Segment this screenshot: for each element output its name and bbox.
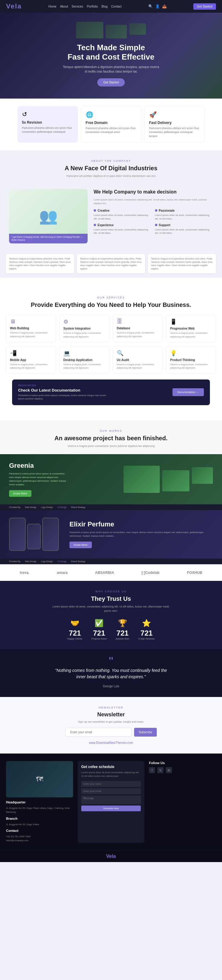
elixir-tag-2: Logo Design xyxy=(41,560,53,562)
about-grid: Creative Lorem ipsum dolor sit amet, con… xyxy=(94,209,213,235)
hero-screenshot-3 xyxy=(129,23,146,35)
hero-cta-button[interactable]: Get Started xyxy=(97,78,125,86)
feature-title-delivery: Fast Delivery xyxy=(149,121,200,125)
newsletter-subscribe-button[interactable]: Subscribe xyxy=(134,728,157,737)
stat-awards-icon: 🏆 xyxy=(116,619,129,627)
stat-clients: 🤝 721 Happy Clients xyxy=(67,619,82,640)
schedule-form: Schedule Now xyxy=(81,781,141,811)
service-database-desc: Viverra a magna proin, consectetur adipi… xyxy=(117,331,159,338)
tag-provided-by: Provided By xyxy=(9,506,21,508)
footer-email[interactable]: hello@company.com xyxy=(6,839,73,843)
greenia-tag-3: UI Design xyxy=(57,506,67,508)
trust-desc: Lorem ipsum dolor sit amet, consectetur … xyxy=(51,605,171,613)
nav-home[interactable]: Home xyxy=(48,5,57,8)
elixir-phone-1 xyxy=(9,518,26,551)
feature-card-revision: ↺ 5x Revision Parturient pharetra ultric… xyxy=(17,106,78,143)
about-quote: "I got Game Changing results, start focu… xyxy=(9,234,87,243)
get-started-button[interactable]: Get Started xyxy=(193,3,216,10)
feature-desc-delivery: Parturient pharetra ultrices orci proin … xyxy=(149,126,200,138)
stat-reviews-number: 721 xyxy=(138,629,155,637)
about-section-title: A New Face Of Digital Industries xyxy=(6,165,216,172)
footer-schedule: Get cofee schedule Lorem ipsum dolor sit… xyxy=(78,761,145,843)
footer-social: Follow Us f 𝕏 in xyxy=(149,761,216,773)
elixir-tag-3: UI Design xyxy=(57,560,67,562)
hero-screenshot-1 xyxy=(76,22,103,38)
service-desktop-application-title: Desktop Application xyxy=(63,358,105,362)
footer-left-col: 🗺 Headquarter Jl. Anggrek No 55, Dago Pa… xyxy=(6,761,73,843)
people-image: 👥 xyxy=(39,207,58,225)
nav-contact[interactable]: Contact xyxy=(111,5,121,8)
project-greenia-btn[interactable]: Know More xyxy=(9,490,32,497)
about-image: 👥 "I got Game Changing results, start fo… xyxy=(9,189,87,243)
social-icons: f 𝕏 in xyxy=(149,767,216,773)
stat-projects-number: 721 xyxy=(92,629,106,637)
services-section: OUR SERVICES Provide Everything do You N… xyxy=(0,278,222,420)
project-greenia-info: Greenia Parturient a metus proin lorem i… xyxy=(9,462,70,497)
footer-bottom-logo: Vela xyxy=(6,854,216,859)
revision-icon: ↺ xyxy=(22,111,73,118)
feature-title-revision: 5x Revision xyxy=(22,120,73,124)
nav-about[interactable]: About xyxy=(60,5,68,8)
newsletter-email-input[interactable] xyxy=(65,728,132,737)
doc-banner-title: Check Our Latest Documentation xyxy=(18,388,173,393)
clients-section: treva. amara ABSARBIA [:]Codelab FOXHUB xyxy=(0,564,222,581)
newsletter-desc: Sign up our newsletter to get update, in… xyxy=(6,720,216,723)
testimonials-section: Tacticus magna at suspendisse pharetra c… xyxy=(0,250,222,278)
system-integration-icon: ⚙ xyxy=(63,318,105,325)
greenia-tag-1: Web Design xyxy=(25,506,36,508)
project-greenia-tags: Provided By Web Design Logo Design UI De… xyxy=(0,504,222,510)
quote-text: "Nothing comes from nothing. You must co… xyxy=(51,667,171,680)
service-system-integration-desc: Viverra a magna proin, consectetur adipi… xyxy=(63,331,105,338)
stat-clients-label: Happy Clients xyxy=(67,637,82,640)
schedule-title: Get cofee schedule xyxy=(81,765,141,769)
client-amara: amara xyxy=(57,571,67,575)
share-icon[interactable]: 📤 xyxy=(162,4,167,8)
schedule-submit-button[interactable]: Schedule Now xyxy=(81,805,141,811)
trust-title: They Trust Us xyxy=(6,595,216,602)
schedule-name-input[interactable] xyxy=(81,781,141,787)
website-url: www.DownloadNewThemes.com xyxy=(6,741,216,745)
nav-blog[interactable]: Blog xyxy=(101,5,108,8)
doc-banner: RESOURCES Check Our Latest Documentation… xyxy=(12,379,210,405)
linkedin-icon[interactable]: in xyxy=(166,767,172,773)
service-progressive-web: 📱 Progressive Web Viverra a magna proin,… xyxy=(166,315,216,342)
service-database: 🗄 Database Viverra a magna proin, consec… xyxy=(113,315,163,342)
facebook-icon[interactable]: f xyxy=(149,767,155,773)
schedule-message-input[interactable] xyxy=(81,795,141,804)
twitter-icon[interactable]: 𝕏 xyxy=(157,767,163,773)
project-greenia-desc: Parturient a metus proin lorem ipsum ut … xyxy=(9,472,70,487)
testimonial-2: Tacticus magna at suspendisse pharetra c… xyxy=(77,254,145,274)
service-progressive-web-title: Progressive Web xyxy=(170,327,212,330)
user-icon[interactable]: 👤 xyxy=(155,4,160,8)
elixir-provided-by: Provided By xyxy=(9,560,21,562)
delivery-icon: 🚀 xyxy=(149,111,200,118)
trust-section: WHY CHOOSE US They Trust Us Lorem ipsum … xyxy=(0,581,222,649)
project-elixir-info: Elixir Perfume Parturient a metus proin … xyxy=(70,520,213,548)
about-tag: ABOUT THE COMPANY xyxy=(6,159,216,162)
database-icon: 🗄 xyxy=(117,318,159,325)
about-heading: We Help Company to make decision xyxy=(94,189,213,195)
feature-desc-revision: Parturient pharetra ultrices orci proin … xyxy=(22,126,73,134)
elixir-btn[interactable]: Know More xyxy=(70,542,92,548)
nav-portfolio[interactable]: Portfolio xyxy=(87,5,98,8)
portfolio-title: An awesome project has been finished. xyxy=(6,435,216,442)
doc-banner-button[interactable]: Documentation → xyxy=(173,388,204,396)
desktop-application-icon: 💻 xyxy=(63,350,105,356)
elixir-desc: Parturient a metus proin lorem ipsum ut … xyxy=(70,531,213,538)
stat-awards: 🏆 721 Awards Won xyxy=(116,619,129,640)
service-web-building: 🖥 Web Building Viverra a magna proin, co… xyxy=(6,315,56,342)
schedule-email-input[interactable] xyxy=(81,788,141,794)
testimonial-1: Tacticus magna at suspendisse pharetra c… xyxy=(6,254,74,274)
search-icon[interactable]: 🔍 xyxy=(148,4,153,8)
about-section-header: ABOUT THE COMPANY A New Face Of Digital … xyxy=(0,150,222,183)
greenia-tag-4: Brand Strategy xyxy=(71,506,86,508)
footer-phone[interactable]: +62 (0) 761 3456 7890 xyxy=(6,835,73,839)
doc-banner-content: RESOURCES Check Our Latest Documentation… xyxy=(18,384,173,400)
stat-clients-number: 721 xyxy=(67,629,82,637)
mobile-app-icon: 📲 xyxy=(10,350,52,356)
footer-map: 🗺 xyxy=(6,761,73,797)
greenia-screen-2 xyxy=(162,470,189,492)
nav-services[interactable]: Services xyxy=(71,5,83,8)
brand-logo: Vela xyxy=(6,2,22,10)
nav-icons: 🔍 👤 📤 xyxy=(148,4,167,8)
